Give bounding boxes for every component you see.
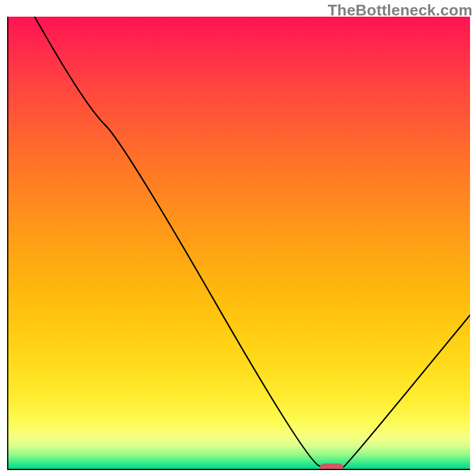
optimum-marker — [320, 464, 343, 470]
bottleneck-curve — [8, 17, 470, 469]
curve-path — [8, 17, 470, 468]
plot-area — [7, 17, 470, 470]
bottleneck-chart: TheBottleneck.com — [0, 0, 476, 476]
